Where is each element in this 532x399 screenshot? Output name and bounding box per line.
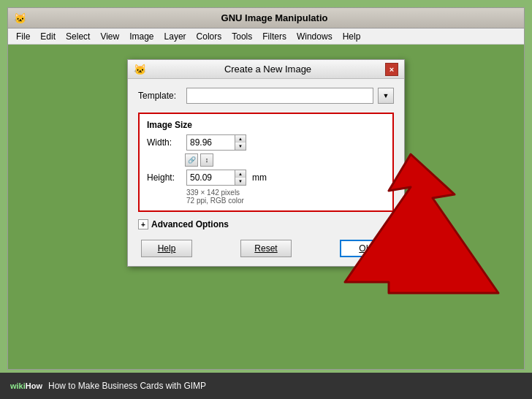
help-button[interactable]: Help (141, 240, 192, 257)
wiki-logo: wikiHow (10, 381, 42, 390)
menu-tools[interactable]: Tools (227, 30, 257, 43)
width-label: Width: (147, 137, 183, 148)
height-down-button[interactable]: ▼ (235, 178, 246, 185)
app-title: GNU Image Manipulatio (31, 12, 518, 23)
menu-help[interactable]: Help (338, 30, 366, 43)
main-content: 🐱 Create a New Image × Template: ▼ Image… (8, 45, 524, 369)
reset-button[interactable]: Reset (240, 240, 292, 257)
width-input-wrap: ▲ ▼ (186, 134, 246, 151)
link-button[interactable]: 🔗 (185, 153, 198, 167)
width-spinner: ▲ ▼ (235, 135, 246, 150)
gimp-window: 🐱 GNU Image Manipulatio File Edit Select… (7, 7, 525, 370)
svg-marker-0 (345, 154, 498, 293)
red-arrow-annotation (338, 147, 506, 303)
template-label: Template: (138, 91, 182, 101)
menu-edit[interactable]: Edit (35, 30, 61, 43)
height-label: Height: (147, 172, 183, 183)
menu-bar: File Edit Select View Image Layer Colors… (8, 28, 524, 45)
expander-button[interactable]: + (138, 219, 148, 229)
app-icon: 🐱 (14, 12, 26, 24)
unit-label: mm (252, 172, 267, 183)
menu-filters[interactable]: Filters (257, 30, 292, 43)
template-input[interactable] (186, 88, 373, 104)
menu-image[interactable]: Image (124, 30, 159, 43)
wikihow-footer: wikiHow How to Make Business Cards with … (0, 373, 532, 399)
close-button[interactable]: × (385, 63, 398, 76)
menu-select[interactable]: Select (61, 30, 95, 43)
wiki-prefix: wiki (10, 381, 26, 390)
image-size-title: Image Size (147, 120, 385, 130)
dialog-icon: 🐱 (134, 64, 146, 75)
dialog-title-bar: 🐱 Create a New Image × (128, 60, 404, 79)
title-bar: 🐱 GNU Image Manipulatio (8, 8, 524, 28)
menu-windows[interactable]: Windows (292, 30, 338, 43)
height-up-button[interactable]: ▲ (235, 170, 246, 178)
height-input[interactable] (187, 170, 235, 185)
menu-file[interactable]: File (11, 30, 35, 43)
dialog-title: Create a New Image (151, 64, 385, 75)
menu-colors[interactable]: Colors (191, 30, 227, 43)
width-up-button[interactable]: ▲ (235, 135, 246, 142)
footer-title: How to Make Business Cards with GIMP (48, 381, 206, 391)
height-input-wrap: ▲ ▼ (186, 170, 246, 186)
menu-layer[interactable]: Layer (159, 30, 191, 43)
menu-view[interactable]: View (95, 30, 124, 43)
template-dropdown[interactable]: ▼ (378, 88, 394, 104)
width-down-button[interactable]: ▼ (235, 142, 246, 150)
lock-button[interactable]: ↕ (200, 153, 213, 167)
advanced-label: Advanced Options (151, 219, 229, 229)
height-spinner: ▲ ▼ (235, 170, 246, 185)
template-row: Template: ▼ (138, 88, 394, 104)
width-input[interactable] (187, 135, 235, 150)
